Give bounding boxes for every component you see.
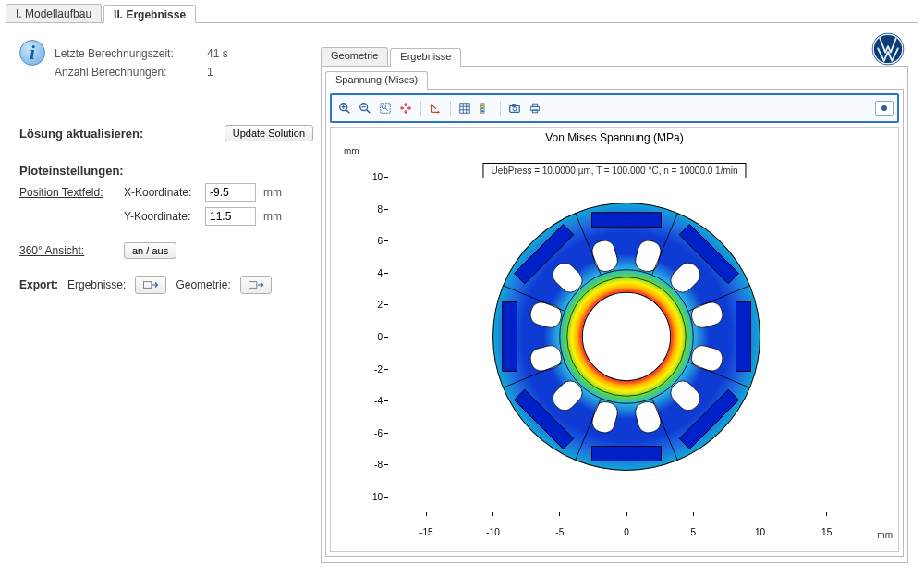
y-unit: mm [263, 210, 282, 223]
svg-rect-3 [249, 282, 256, 289]
svg-rect-22 [481, 110, 484, 112]
view360-label: 360° Ansicht: [19, 244, 116, 257]
zoom-out-icon[interactable] [356, 99, 374, 117]
export-geometry-label: Geometrie: [176, 278, 230, 291]
svg-point-12 [382, 105, 385, 108]
separator [496, 99, 504, 117]
svg-point-25 [513, 107, 517, 111]
update-solution-button[interactable]: Update Solution [225, 125, 313, 141]
plot-title: Von Mises Spannung (MPa) [331, 131, 898, 144]
separator [417, 99, 424, 117]
separator [446, 99, 454, 117]
svg-line-9 [367, 110, 371, 114]
tab-results[interactable]: II. Ergebnisse [103, 5, 196, 23]
snapshot-icon[interactable] [505, 99, 524, 117]
last-calc-label: Letzte Berechnungszeit: [55, 47, 207, 60]
plot-tab-mises[interactable]: Spannung (Mises) [325, 71, 428, 90]
x-unit: mm [263, 186, 282, 199]
table-icon[interactable] [456, 99, 474, 117]
animate-button[interactable] [875, 101, 894, 116]
svg-line-13 [385, 108, 388, 111]
tab-model[interactable]: I. Modellaufbau [6, 4, 102, 22]
svg-rect-14 [460, 104, 470, 114]
zoom-box-icon[interactable] [376, 99, 395, 117]
zoom-extents-icon[interactable] [396, 99, 415, 117]
plot-toolbar [330, 93, 899, 123]
svg-rect-53 [591, 213, 661, 228]
calc-count-value: 1 [207, 66, 272, 79]
plotsettings-heading: Ploteinstellungen: [19, 164, 313, 178]
info-icon: i [19, 40, 45, 66]
zoom-in-icon[interactable] [335, 99, 354, 117]
position-textfield-label: Position Textfeld: [19, 186, 116, 199]
y-axis-ticks: -10-8-6-4-20246810 [362, 161, 384, 512]
y-coord-label: Y-Koordinate: [124, 210, 198, 223]
plot-area[interactable]: Von Mises Spannung (MPa) mm mm UebPress … [330, 127, 899, 552]
x-coord-label: X-Koordinate: [124, 186, 198, 199]
svg-point-32 [582, 292, 670, 380]
export-results-button[interactable] [135, 276, 166, 294]
svg-rect-2 [144, 282, 152, 289]
last-calc-value: 41 s [207, 47, 272, 60]
svg-rect-20 [481, 105, 484, 106]
svg-rect-21 [481, 107, 484, 110]
export-label: Export: [19, 278, 58, 291]
y-coord-input[interactable] [205, 207, 256, 226]
legend-icon[interactable] [476, 99, 494, 117]
print-icon[interactable] [526, 99, 544, 117]
svg-line-5 [346, 110, 350, 114]
x-axis-unit: mm [877, 530, 893, 540]
svg-rect-57 [591, 446, 661, 461]
results-panel: i Letzte Berechnungszeit: 41 s Anzahl Be… [6, 23, 918, 572]
svg-rect-59 [736, 301, 750, 371]
subtab-results[interactable]: Ergebnisse [390, 48, 461, 67]
subtab-geometry[interactable]: Geometrie [321, 47, 388, 66]
stress-plot [386, 161, 867, 512]
solve-label: Lösung aktualisieren: [19, 127, 143, 141]
axes-icon[interactable] [426, 99, 444, 117]
calc-count-label: Anzahl Berechnungen: [55, 66, 207, 79]
svg-rect-55 [503, 301, 517, 371]
export-geometry-button[interactable] [240, 276, 272, 294]
export-results-label: Ergebnisse: [67, 278, 126, 291]
y-axis-unit: mm [344, 146, 359, 156]
x-coord-input[interactable] [205, 183, 256, 202]
view360-toggle-button[interactable]: an / aus [124, 242, 176, 259]
x-axis-ticks: -15-10-5051015 [386, 527, 867, 540]
